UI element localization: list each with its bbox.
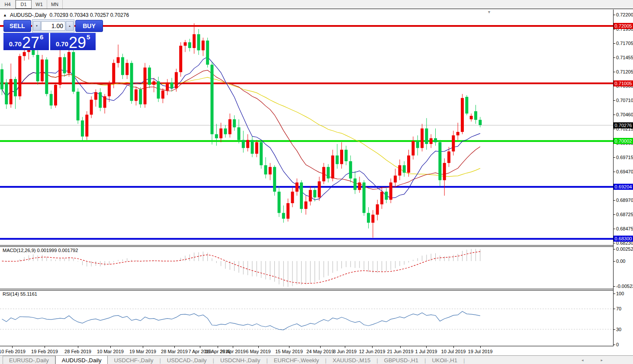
date-tick [78, 346, 78, 348]
axis-tick [614, 57, 615, 58]
axis-tick [614, 329, 615, 330]
date-tick [480, 346, 481, 348]
current-price-badge: 0.70276 [614, 122, 633, 128]
level-price-badge: 0.72005 [614, 23, 633, 29]
level-price-badge: 0.71005 [614, 80, 633, 86]
rsi-tick-label: 70 [616, 306, 621, 311]
date-tick [12, 346, 13, 348]
date-tick [218, 346, 218, 348]
date-label: 19 Feb 2019 [31, 349, 58, 354]
chart-ohlc-values: 0.70293 0.70343 0.70257 0.70276 [50, 12, 129, 18]
price-tick-label: 0.70460 [616, 112, 633, 117]
axis-tick [614, 294, 615, 294]
chart-tab-eurchf-weekly[interactable]: EURCHF-,Weekly [268, 356, 325, 364]
tab-scroll-right-icon[interactable]: ▸ [601, 358, 603, 362]
date-label: 19 Mar 2019 [129, 349, 156, 354]
chart-tab-usdchf-daily[interactable]: USDCHF-,Daily [108, 356, 159, 364]
buy-price-display[interactable]: 0.70 29 5 [50, 33, 96, 50]
price-axis-line [613, 10, 614, 346]
chart-title: ▲ AUDUSD-,Daily 0.70293 0.70343 0.70257 … [3, 12, 129, 18]
chart-tab-audusd-daily[interactable]: AUDUSD-,Daily [55, 356, 108, 364]
timeframe-toolbar: H4 D1 W1 MN [0, 0, 633, 9]
date-tick [289, 346, 289, 348]
price-tick-label: 0.71205 [616, 69, 633, 74]
chart-window: ▲ AUDUSD-,Daily 0.70293 0.70343 0.70257 … [0, 9, 633, 356]
axis-tick [614, 286, 615, 287]
buy-price-main: 29 [69, 36, 86, 49]
timeframe-mn-button[interactable]: MN [47, 0, 63, 9]
axis-tick [614, 200, 615, 201]
chart-tab-gbpusd-h1[interactable]: GBPUSD-,H1 [378, 356, 424, 364]
date-label: 24 May 2019 [306, 349, 334, 354]
date-tick [258, 346, 259, 348]
date-tick [174, 346, 175, 348]
rsi-tick-label: 0 [616, 342, 619, 347]
sell-price-pip: 6 [40, 33, 43, 41]
tab-scroll-left-icon[interactable]: ◂ [582, 358, 584, 362]
axis-tick [614, 72, 615, 72]
price-tick-label: 0.69470 [616, 169, 633, 174]
date-label: 12 Jun 2019 [359, 349, 386, 354]
level-price-badge: 0.69204 [614, 184, 633, 190]
sell-price-main: 27 [22, 36, 39, 49]
price-axis[interactable]: 0.722000.719500.717050.714550.712050.709… [613, 9, 633, 356]
date-label: 15 May 2019 [275, 349, 303, 354]
buy-button[interactable]: BUY [75, 20, 103, 32]
price-tick-label: 0.71455 [616, 55, 633, 60]
macd-tick-label: 0.002522 [616, 246, 633, 252]
date-tick [200, 346, 200, 348]
axis-tick [614, 43, 615, 44]
date-label: 19 Jul 2019 [468, 349, 493, 354]
axis-tick [614, 115, 615, 115]
sell-price-display[interactable]: 0.70 27 6 [3, 33, 49, 50]
sell-button[interactable]: SELL [3, 20, 31, 32]
rsi-tick-label: 30 [616, 327, 621, 332]
volume-decrease-icon[interactable]: ▾ [33, 21, 41, 31]
macd-canvas[interactable] [0, 247, 613, 289]
price-tick-label: 0.68475 [616, 226, 633, 231]
buy-price-prefix: 0.70 [56, 40, 68, 48]
date-label: 26 Apr 2019 [220, 349, 245, 354]
volume-input[interactable] [41, 21, 65, 31]
chart-tab-eurusd-daily[interactable]: EURUSD-,Daily [3, 356, 55, 364]
axis-tick [614, 172, 615, 172]
axis-tick [614, 214, 615, 215]
date-tick [233, 346, 233, 348]
date-label: 28 Mar 2019 [161, 349, 188, 354]
sell-price-prefix: 0.70 [9, 40, 22, 48]
macd-tick-label: 0.00 [616, 259, 625, 264]
price-tick-label: 0.71705 [616, 41, 633, 46]
date-axis[interactable]: 10 Feb 201919 Feb 201928 Feb 201910 Mar … [0, 346, 613, 356]
rsi-canvas[interactable] [0, 291, 613, 346]
chart-tab-ukoil-h1[interactable]: UKOil-,H1 [426, 356, 463, 364]
date-label: 10 Jul 2019 [441, 349, 466, 354]
chart-shift-icon[interactable]: ▼ [487, 10, 491, 14]
macd-tick-label: -0.005234 [616, 284, 633, 289]
axis-tick [614, 229, 615, 229]
axis-tick [614, 309, 615, 309]
date-tick [320, 346, 321, 348]
timeframe-h4-button[interactable]: H4 [0, 0, 16, 9]
chart-tab-xauusd-m15[interactable]: XAUUSD-,M15 [327, 356, 376, 364]
axis-tick [614, 261, 615, 262]
chart-tab-bar: EURUSD-,DailyAUDUSD-,DailyUSDCHF-,Daily|… [0, 355, 633, 364]
chart-symbol-period: AUDUSD-,Daily [10, 12, 47, 18]
axis-tick [614, 243, 615, 243]
axis-tick [614, 15, 615, 15]
chart-tab-usdcad-daily[interactable]: USDCAD-,Daily [161, 356, 213, 364]
axis-tick [614, 157, 615, 158]
timeframe-w1-button[interactable]: W1 [32, 0, 47, 9]
one-click-trading-panel: SELL ▾ ▴ BUY 0.70 27 6 0.70 29 5 [3, 20, 97, 50]
date-tick [143, 346, 143, 348]
volume-increase-icon[interactable]: ▴ [66, 21, 74, 31]
price-tick-label: 0.72200 [616, 12, 633, 17]
date-label: 3 Jun 2019 [333, 349, 357, 354]
timeframe-d1-button[interactable]: D1 [16, 0, 32, 9]
date-label: 28 Feb 2019 [64, 349, 91, 354]
chart-tab-usdcnh-daily[interactable]: USDCNH-,Daily [214, 356, 266, 364]
price-tick-label: 0.69715 [616, 155, 633, 160]
symbol-collapse-icon[interactable]: ▲ [3, 13, 7, 17]
date-tick [453, 346, 454, 348]
macd-indicator-label: MACD(12,26,9) 0.001999 0.001792 [3, 248, 78, 253]
level-price-badge: 0.68300 [614, 236, 633, 242]
